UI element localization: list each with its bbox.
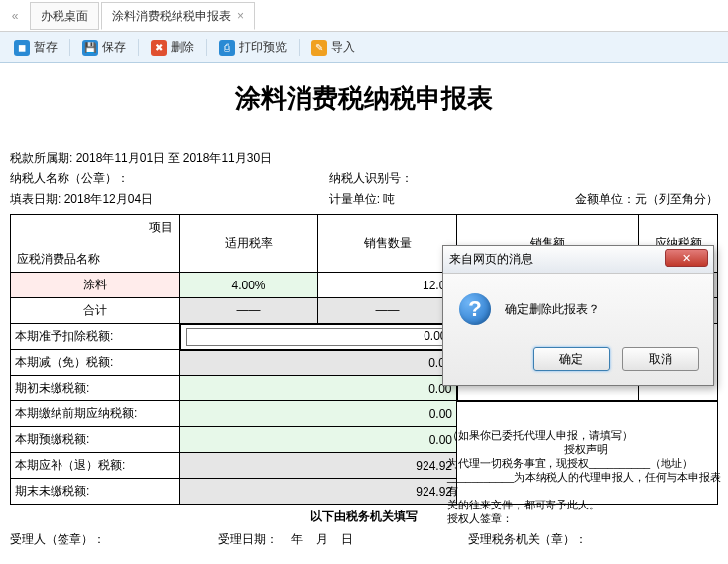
save-button[interactable]: 💾 保存 bbox=[76, 37, 132, 57]
period: 税款所属期: 2018年11月01日 至 2018年11月30日 bbox=[10, 150, 718, 167]
tab-desktop[interactable]: 办税桌面 bbox=[30, 2, 99, 30]
cell-qty: 12.00 bbox=[318, 273, 457, 298]
save-icon: 💾 bbox=[82, 40, 98, 56]
separator bbox=[206, 39, 207, 56]
col-item-header: 项目 应税消费品名称 bbox=[11, 215, 180, 273]
close-icon[interactable]: × bbox=[237, 2, 244, 30]
cell-rate: —— bbox=[180, 298, 318, 324]
cell-rate: 4.00% bbox=[180, 273, 318, 298]
tab-report[interactable]: 涂料消费税纳税申报表 × bbox=[101, 2, 255, 30]
delete-button[interactable]: ✖ 删除 bbox=[145, 37, 200, 57]
deduct-input[interactable]: 0.00 bbox=[186, 328, 452, 346]
delete-label: 删除 bbox=[171, 39, 194, 56]
dialog-close-button[interactable]: ✕ bbox=[665, 249, 708, 267]
period-label: 税款所属期: bbox=[10, 151, 72, 165]
delete-icon: ✖ bbox=[151, 40, 167, 56]
deduct-input-cell[interactable]: 0.00 bbox=[180, 324, 457, 350]
close-icon: ✕ bbox=[682, 252, 691, 265]
dialog-message: 确定删除此报表？ bbox=[505, 301, 600, 318]
ok-button[interactable]: 确定 bbox=[533, 347, 610, 371]
receiver-label: 受理人（签章）： bbox=[10, 531, 218, 548]
cell-qty: —— bbox=[318, 298, 457, 324]
pause-label: 暂存 bbox=[34, 39, 58, 56]
receive-date: 受理日期： 年 月 日 bbox=[218, 531, 468, 548]
import-label: 导入 bbox=[331, 39, 355, 56]
footer-row: 受理人（签章）： 受理日期： 年 月 日 受理税务机关（章）： bbox=[10, 529, 718, 550]
separator bbox=[69, 39, 70, 56]
print-icon: ⎙ bbox=[219, 40, 235, 56]
fill-date: 填表日期: 2018年12月04日 bbox=[10, 191, 270, 208]
tab-bar: « 办税桌面 涂料消费税纳税申报表 × bbox=[0, 0, 728, 32]
confirm-dialog: 来自网页的消息 ✕ ? 确定删除此报表？ 确定 取消 bbox=[442, 245, 714, 386]
print-button[interactable]: ⎙ 打印预览 bbox=[213, 37, 293, 57]
period-value: 2018年11月01日 至 2018年11月30日 bbox=[76, 151, 272, 165]
import-icon: ✎ bbox=[311, 40, 327, 56]
toolbar: ◼ 暂存 💾 保存 ✖ 删除 ⎙ 打印预览 ✎ 导入 bbox=[0, 32, 728, 63]
col-rate-header: 适用税率 bbox=[180, 215, 318, 273]
taxpayer-id: 纳税人识别号： bbox=[270, 170, 482, 187]
cancel-button[interactable]: 取消 bbox=[622, 347, 699, 371]
tabs-collapse-icon[interactable]: « bbox=[0, 9, 30, 23]
separator bbox=[299, 39, 300, 56]
question-icon: ? bbox=[459, 293, 491, 325]
separator bbox=[138, 39, 139, 56]
taxpayer-name: 纳税人名称（公章）： bbox=[10, 170, 270, 187]
save-label: 保存 bbox=[102, 39, 126, 56]
dialog-title: 来自网页的消息 bbox=[449, 251, 533, 268]
cell-name: 合计 bbox=[11, 298, 180, 324]
table-row: 本期缴纳前期应纳税额: 0.00 bbox=[11, 401, 718, 427]
cell-name: 涂料 bbox=[11, 273, 180, 298]
col-qty-header: 销售数量 bbox=[318, 215, 457, 273]
amount-unit: 金额单位：元（列至角分） bbox=[482, 191, 718, 208]
print-label: 打印预览 bbox=[239, 39, 287, 56]
page-title: 涂料消费税纳税申报表 bbox=[10, 71, 718, 148]
auth-declaration: （如果你已委托代理人申报，请填写） 授权声明 为代理一切税务事宜，现授权____… bbox=[447, 428, 725, 525]
receive-org-label: 受理税务机关（章）： bbox=[468, 531, 718, 548]
tab-label: 办税桌面 bbox=[41, 2, 88, 30]
tab-label: 涂料消费税纳税申报表 bbox=[112, 2, 231, 30]
pause-button[interactable]: ◼ 暂存 bbox=[8, 37, 63, 57]
unit: 计量单位: 吨 bbox=[270, 191, 482, 208]
import-button[interactable]: ✎ 导入 bbox=[305, 37, 361, 57]
pause-icon: ◼ bbox=[14, 40, 30, 56]
dialog-titlebar[interactable]: 来自网页的消息 ✕ bbox=[443, 246, 713, 274]
